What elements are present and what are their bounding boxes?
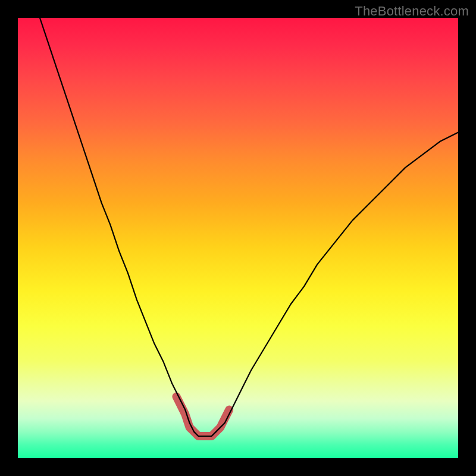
bottleneck-curve-svg xyxy=(18,18,458,458)
valley-highlight xyxy=(176,396,229,436)
plot-area xyxy=(18,18,458,458)
app-frame: TheBottleneck.com xyxy=(0,0,476,476)
bottleneck-curve xyxy=(40,18,458,436)
watermark-text: TheBottleneck.com xyxy=(355,4,469,19)
